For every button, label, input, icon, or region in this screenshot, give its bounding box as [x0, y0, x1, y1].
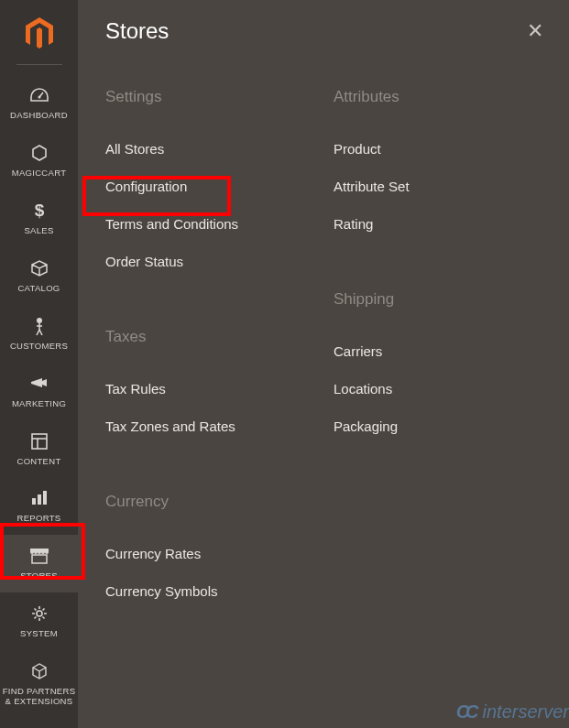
- col-right: Attributes Product Attribute Set Rating …: [334, 88, 543, 657]
- nav-content[interactable]: CONTENT: [0, 420, 78, 478]
- link-currency-symbols[interactable]: Currency Symbols: [105, 572, 315, 610]
- nav-label: DASHBOARD: [10, 111, 68, 121]
- link-terms-conditions[interactable]: Terms and Conditions: [105, 205, 315, 243]
- sales-icon: $: [33, 199, 46, 223]
- svg-rect-8: [43, 491, 47, 505]
- panel-header: Stores ✕: [105, 18, 543, 44]
- section-shipping: Shipping Carriers Locations Packaging: [334, 290, 543, 445]
- watermark-text: interserver: [483, 701, 569, 723]
- close-icon: ✕: [527, 19, 543, 42]
- section-settings: Settings All Stores Configuration Terms …: [105, 88, 315, 280]
- dashboard-icon: [29, 83, 49, 107]
- system-icon: [30, 602, 49, 625]
- reports-icon: [30, 486, 49, 510]
- svg-rect-3: [32, 434, 47, 449]
- nav-label: MARKETING: [12, 399, 66, 409]
- nav-label: FIND PARTNERS & EXTENSIONS: [2, 687, 76, 707]
- svg-point-0: [38, 96, 40, 99]
- section-title: Shipping: [334, 290, 543, 309]
- nav-find-partners[interactable]: FIND PARTNERS & EXTENSIONS: [0, 650, 78, 718]
- divider: [16, 64, 62, 65]
- stores-icon: [28, 544, 50, 568]
- nav-marketing[interactable]: MARKETING: [0, 363, 78, 420]
- svg-point-2: [37, 318, 42, 323]
- section-title: Settings: [105, 88, 315, 106]
- link-packaging[interactable]: Packaging: [334, 407, 543, 445]
- link-configuration[interactable]: Configuration: [105, 168, 315, 205]
- nav-magiccart[interactable]: MAGICCART: [0, 132, 78, 190]
- nav-customers[interactable]: CUSTOMERS: [0, 305, 78, 363]
- section-title: Currency: [105, 493, 315, 511]
- svg-rect-7: [38, 494, 41, 505]
- link-tax-zones[interactable]: Tax Zones and Rates: [105, 407, 315, 445]
- nav-label: SYSTEM: [20, 629, 58, 639]
- stores-panel: Stores ✕ Settings All Stores Configurati…: [78, 0, 569, 728]
- svg-point-10: [37, 611, 42, 616]
- nav-label: STORES: [20, 571, 58, 581]
- link-carriers[interactable]: Carriers: [334, 332, 543, 370]
- nav-dashboard[interactable]: DASHBOARD: [0, 74, 78, 132]
- nav-sales[interactable]: $ SALES: [0, 190, 78, 247]
- link-locations[interactable]: Locations: [334, 370, 543, 407]
- nav-label: REPORTS: [17, 514, 61, 524]
- partners-icon: [30, 659, 49, 683]
- nav-stores[interactable]: STORES: [0, 535, 78, 592]
- section-title: Taxes: [105, 328, 315, 346]
- link-all-stores[interactable]: All Stores: [105, 130, 315, 168]
- section-title: Attributes: [334, 88, 543, 106]
- link-currency-rates[interactable]: Currency Rates: [105, 535, 315, 572]
- svg-rect-6: [32, 498, 36, 505]
- close-button[interactable]: ✕: [527, 21, 543, 41]
- svg-rect-9: [32, 555, 47, 563]
- nav-label: CONTENT: [16, 457, 60, 467]
- catalog-icon: [29, 256, 49, 280]
- watermark: CC interserver: [456, 701, 569, 723]
- magiccart-icon: [30, 141, 49, 165]
- nav-label: MAGICCART: [12, 168, 67, 179]
- link-attribute-set[interactable]: Attribute Set: [334, 168, 543, 205]
- panel-columns: Settings All Stores Configuration Terms …: [105, 88, 543, 657]
- nav-label: SALES: [24, 226, 53, 236]
- link-tax-rules[interactable]: Tax Rules: [105, 370, 315, 407]
- admin-sidebar: DASHBOARD MAGICCART $ SALES CATALOG CUST…: [0, 0, 78, 728]
- nav-system[interactable]: SYSTEM: [0, 592, 78, 650]
- link-rating[interactable]: Rating: [334, 205, 543, 243]
- content-icon: [30, 429, 49, 453]
- link-product[interactable]: Product: [334, 130, 543, 168]
- watermark-logo-icon: CC: [456, 701, 476, 723]
- nav-label: CUSTOMERS: [10, 342, 68, 352]
- link-order-status[interactable]: Order Status: [105, 243, 315, 280]
- customers-icon: [33, 314, 46, 338]
- nav-reports[interactable]: REPORTS: [0, 477, 78, 535]
- section-taxes: Taxes Tax Rules Tax Zones and Rates: [105, 328, 315, 445]
- section-currency: Currency Currency Rates Currency Symbols: [105, 493, 315, 610]
- col-left: Settings All Stores Configuration Terms …: [105, 88, 315, 657]
- nav-label: CATALOG: [17, 284, 60, 294]
- marketing-icon: [29, 372, 49, 396]
- section-attributes: Attributes Product Attribute Set Rating: [334, 88, 543, 243]
- logo[interactable]: [24, 0, 55, 64]
- magento-logo-icon: [24, 16, 55, 51]
- svg-text:$: $: [34, 201, 44, 220]
- nav-catalog[interactable]: CATALOG: [0, 247, 78, 305]
- panel-title: Stores: [105, 18, 169, 44]
